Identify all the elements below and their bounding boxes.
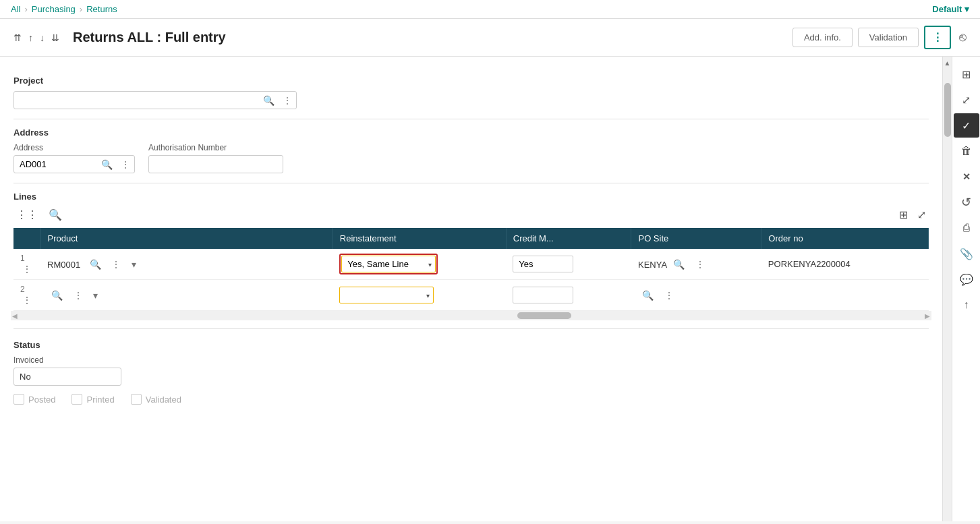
printed-checkbox[interactable]: Printed [71, 394, 114, 405]
sidebar-attach-btn[interactable]: 📎 [954, 241, 979, 266]
row2-credit-cell [506, 280, 631, 311]
printed-label: Printed [86, 395, 114, 405]
nav-prev[interactable]: ↑ [26, 31, 36, 45]
lines-table: Product Reinstatement Credit M... PO Sit… [13, 228, 929, 311]
invoiced-field: Invoiced [13, 355, 121, 386]
h-scroll-right-arrow[interactable]: ▶ [925, 312, 930, 320]
sidebar-trash-btn[interactable]: 🗑 [954, 139, 979, 163]
lines-expand-icon[interactable]: ⤢ [915, 207, 929, 223]
table-row: 2 ⋮ 🔍 ⋮ ▾ ▾ [13, 280, 929, 311]
auth-number-input[interactable] [148, 155, 283, 173]
row1-credit-select[interactable]: Yes No [513, 256, 573, 272]
row2-reinstatement-wrap: ▾ [339, 287, 434, 303]
row1-num: 1 ⋮ [13, 249, 40, 280]
table-header: Product Reinstatement Credit M... PO Sit… [13, 228, 929, 249]
status-checkboxes: Posted Printed Validated [13, 394, 929, 405]
h-scroll-thumb[interactable] [517, 312, 571, 319]
row1-credit-cell: Yes No [506, 249, 631, 280]
posted-checkbox[interactable]: Posted [13, 394, 55, 405]
content-area: Project 🔍 ⋮ Address Address 🔍 ⋮ [0, 57, 942, 521]
status-section-label: Status [13, 340, 929, 350]
auth-number-field: Authorisation Number [148, 143, 310, 173]
row2-po-more-icon[interactable]: ⋮ [660, 287, 678, 303]
lines-layers-icon[interactable]: ⊞ [896, 207, 911, 223]
address-search-icon[interactable]: 🔍 [97, 156, 117, 173]
th-order-no: Order no [761, 228, 929, 249]
nav-first[interactable]: ⇈ [11, 31, 24, 45]
address-more-icon[interactable]: ⋮ [117, 156, 134, 173]
lines-section-label: Lines [13, 192, 929, 202]
sidebar-print-btn[interactable]: ⎙ [954, 216, 979, 240]
row2-more-icon[interactable]: ⋮ [69, 287, 87, 303]
more-options-button[interactable]: ⋮ [924, 26, 951, 49]
add-info-button[interactable]: Add. info. [792, 28, 853, 47]
main-layout: Project 🔍 ⋮ Address Address 🔍 ⋮ [0, 57, 980, 521]
address-input-wrap: 🔍 ⋮ [13, 155, 135, 173]
table-body: 1 ⋮ RM0001 🔍 ⋮ ▾ [13, 249, 929, 311]
invoiced-label: Invoiced [13, 355, 121, 365]
breadcrumb-all[interactable]: All [11, 4, 20, 14]
lines-divider [13, 183, 929, 183]
address-input[interactable] [14, 156, 97, 173]
breadcrumb-purchasing[interactable]: Purchasing [32, 4, 76, 14]
project-more-icon[interactable]: ⋮ [279, 92, 296, 109]
invoiced-input[interactable] [13, 368, 121, 386]
sidebar-expand-btn[interactable]: ⤢ [954, 88, 979, 112]
row2-order-no-cell [761, 280, 929, 311]
row1-more-icon[interactable]: ⋮ [107, 256, 125, 272]
row2-credit-select[interactable] [513, 287, 573, 303]
lines-search-icon[interactable]: 🔍 [46, 207, 65, 223]
v-scroll-thumb[interactable] [944, 83, 951, 137]
th-product: Product [40, 228, 333, 249]
row1-chevron-icon[interactable]: ▾ [127, 256, 140, 272]
row1-drag-btn[interactable]: ⋮ [20, 263, 34, 275]
logout-button[interactable]: ⎋ [956, 28, 969, 47]
table-row: 1 ⋮ RM0001 🔍 ⋮ ▾ [13, 249, 929, 280]
breadcrumb-default[interactable]: Default ▾ [932, 4, 969, 14]
sidebar-refresh-btn[interactable]: ↺ [954, 190, 979, 214]
validation-button[interactable]: Validation [858, 28, 919, 47]
address-divider [13, 119, 929, 119]
nav-next[interactable]: ↓ [37, 31, 47, 45]
row2-po-search-icon[interactable]: 🔍 [638, 287, 658, 303]
sidebar-share-btn[interactable]: ↑ [954, 293, 979, 317]
row2-chevron-icon[interactable]: ▾ [89, 287, 102, 303]
sidebar-check-btn[interactable]: ✓ [954, 113, 979, 138]
row1-order-no-value: PORKENYA2200004 [768, 259, 851, 269]
row2-credit-wrap [513, 287, 573, 303]
project-search-icon[interactable]: 🔍 [259, 92, 279, 109]
sidebar-close-btn[interactable]: ✕ [954, 165, 979, 189]
h-scroll-left-arrow[interactable]: ◀ [12, 312, 18, 320]
address-row: Address 🔍 ⋮ Authorisation Number [13, 143, 929, 173]
row1-reinstatement-select[interactable]: Yes, Same Line Yes, New Line No [341, 256, 436, 272]
v-scrollbar[interactable]: ▲ [942, 57, 952, 521]
project-input[interactable] [14, 92, 259, 109]
reinstatement-dropdown-wrap: Yes, Same Line Yes, New Line No ▾ [341, 256, 436, 272]
row1-product-value: RM0001 [47, 260, 80, 270]
row1-po-site-value: KENYA [638, 260, 666, 270]
v-scroll-up-arrow[interactable]: ▲ [943, 57, 952, 69]
row2-search-icon[interactable]: 🔍 [47, 287, 67, 303]
lines-drag-icon[interactable]: ⋮⋮ [13, 207, 40, 223]
nav-last[interactable]: ⇊ [49, 31, 62, 45]
project-field: Project 🔍 ⋮ [13, 76, 297, 109]
row1-po-more-icon[interactable]: ⋮ [691, 256, 709, 272]
row2-drag-btn[interactable]: ⋮ [20, 294, 34, 306]
validated-checkbox[interactable]: Validated [131, 394, 181, 405]
right-sidebar: ⊞ ⤢ ✓ 🗑 ✕ ↺ ⎙ 📎 💬 ↑ [952, 57, 980, 521]
row1-search-icon[interactable]: 🔍 [86, 256, 105, 272]
sidebar-chat-btn[interactable]: 💬 [954, 267, 979, 291]
table-h-scrollbar[interactable]: ◀ ▶ [11, 311, 931, 320]
lines-toolbar: ⋮⋮ 🔍 ⊞ ⤢ [13, 207, 929, 223]
auth-number-label: Authorisation Number [148, 143, 310, 152]
row1-po-site-cell: KENYA 🔍 ⋮ [631, 249, 761, 280]
printed-box [71, 394, 82, 405]
reinstatement-highlight: Yes, Same Line Yes, New Line No ▾ [339, 254, 438, 274]
row2-reinstatement-select[interactable] [339, 287, 434, 303]
row1-product-cell: RM0001 🔍 ⋮ ▾ [40, 249, 333, 280]
breadcrumb-returns[interactable]: Returns [86, 4, 117, 14]
row1-po-search-icon[interactable]: 🔍 [669, 256, 689, 272]
sidebar-layers-btn[interactable]: ⊞ [954, 62, 979, 86]
row1-order-no-cell: PORKENYA2200004 [761, 249, 929, 280]
th-credit-m: Credit M... [506, 228, 631, 249]
